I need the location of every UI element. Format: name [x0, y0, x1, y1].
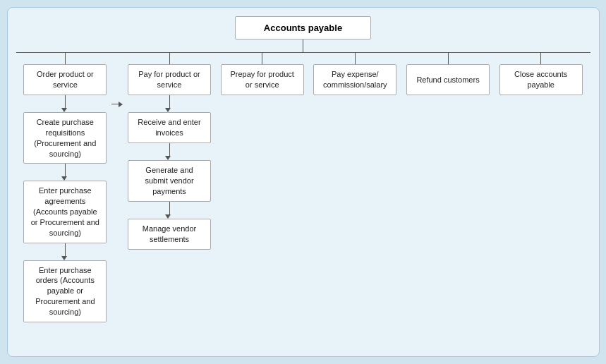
- col3-top-connector: [262, 53, 262, 64]
- col1-top-box: Order product or service: [23, 64, 107, 95]
- tree-root: Accounts payable: [16, 16, 590, 53]
- col2-item2: Generate and submit vendor payments: [128, 160, 211, 202]
- column-refund: Refund customers: [401, 53, 495, 95]
- col1-item2: Enter purchase agreements (Accounts paya…: [23, 181, 107, 243]
- col1-arrow1: [63, 95, 67, 112]
- column-order-product: Order product or service Create purchase…: [19, 53, 112, 322]
- col2-item1: Receive and enter invoices: [128, 112, 211, 143]
- col3-top-box: Prepay for product or service: [221, 64, 304, 95]
- col2-arrow2: [168, 143, 171, 160]
- diagram-container: Accounts payable Order product or servic…: [7, 7, 600, 357]
- col1-item1: Create purchase requisitions (Procuremen…: [23, 112, 107, 164]
- column-pay-expense: Pay expense/ commission/salary: [309, 53, 402, 95]
- side-arrow-col1-col2: [111, 53, 123, 107]
- column-prepay: Prepay for product or service: [216, 53, 309, 95]
- col2-item3: Manage vendor settlements: [128, 219, 211, 250]
- col1-arrow2: [63, 164, 67, 181]
- col6-top-connector: [540, 53, 541, 64]
- side-h-line: [111, 104, 119, 104]
- col5-top-connector: [448, 53, 449, 64]
- col2-arrow1: [168, 95, 171, 112]
- column-pay-product: Pay for product or service Receive and e…: [123, 53, 216, 250]
- col1-top-connector: [65, 53, 66, 64]
- columns-row: Order product or service Create purchase…: [16, 53, 590, 322]
- col2-top-connector: [169, 53, 170, 64]
- h-bar: [16, 52, 590, 53]
- col2-arrow3: [168, 202, 171, 219]
- root-connector: [303, 40, 303, 52]
- col5-top-box: Refund customers: [406, 64, 490, 95]
- col4-top-box: Pay expense/ commission/salary: [313, 64, 396, 95]
- col1-arrow3: [63, 243, 67, 260]
- col1-item3: Enter purchase orders (Accounts payable …: [23, 260, 107, 322]
- column-close-ap: Close accounts payable: [495, 53, 588, 95]
- root-node: Accounts payable: [235, 16, 371, 40]
- col2-top-box: Pay for product or service: [128, 64, 211, 95]
- col4-top-connector: [355, 53, 356, 64]
- col6-top-box: Close accounts payable: [499, 64, 583, 95]
